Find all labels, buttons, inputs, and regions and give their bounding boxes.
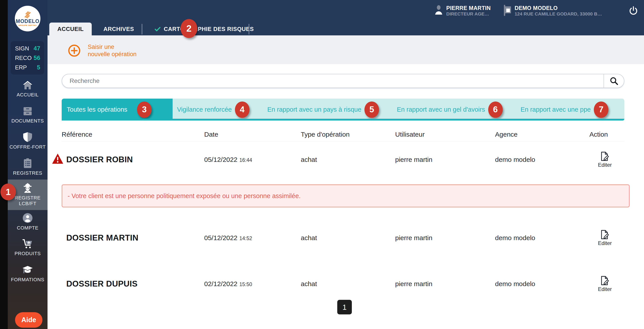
annotation-badge-3: 3 (137, 102, 152, 118)
search-input[interactable] (62, 74, 604, 88)
sidebar-item-label: DOCUMENTS (11, 118, 44, 124)
column-header-date: Date (204, 131, 301, 138)
filter-label: Toutes les opérations (67, 106, 127, 113)
row-agency: demo modelo (495, 234, 590, 242)
table-row[interactable]: DOSSIER ROBIN 05/12/202216:44 achat pier… (62, 142, 624, 173)
sidebar-item-accueil[interactable]: ACCUEIL (8, 77, 48, 101)
counter-label: RECO (15, 55, 32, 62)
row-date-text: 05/12/2022 (204, 234, 237, 241)
counter-reco: RECO 56 (15, 55, 40, 62)
ppe-alert-message: - Votre client est une personne politiqu… (62, 184, 630, 207)
main-panel: Toutes les opérations 3 Vigilance renfor… (48, 64, 644, 329)
counter-label: ERP (15, 64, 27, 71)
sidebar-item-label: FORMATIONS (11, 277, 44, 282)
new-operation-label-line2: nouvelle opération (88, 51, 136, 58)
account-icon (23, 213, 32, 223)
agency-name: DEMO MODELO (514, 5, 602, 11)
filter-label: En rapport avec un gel d'avoirs (397, 106, 485, 113)
filter-pays-a-risque[interactable]: En rapport avec un pays à risque 5 (267, 102, 379, 118)
registers-icon (24, 158, 32, 168)
annotation-badge-2: 2 (180, 19, 197, 38)
power-icon (628, 6, 638, 16)
column-header-reference: Référence (62, 131, 204, 138)
row-date-text: 02/12/2022 (204, 280, 237, 287)
filter-ppe[interactable]: En rapport avec une ppe 7 (520, 102, 608, 118)
edit-document-icon (600, 275, 610, 286)
new-operation-button[interactable]: Saisir une nouvelle opération (68, 43, 136, 58)
left-edge-strip (0, 0, 8, 329)
filter-vigilance-renforcee[interactable]: Vigilance renforcée 4 (177, 102, 250, 118)
sidebar-item-compte[interactable]: COMPTE (8, 210, 48, 234)
filter-label: Vigilance renforcée (177, 106, 232, 113)
filter-gel-davoirs[interactable]: En rapport avec un gel d'avoirs 6 (397, 102, 503, 118)
annotation-badge-4: 4 (235, 102, 250, 118)
counter-sign: SIGN 47 (15, 45, 40, 52)
spy-icon (22, 183, 33, 193)
row-reference: DOSSIER DUPUIS (62, 279, 204, 288)
home-icon (22, 80, 33, 90)
row-time: 15:50 (239, 281, 252, 287)
tab-accueil[interactable]: ACCUEIL (49, 23, 92, 35)
header-identity: PIERRE MARTIN DIRECTEUR AGE… DEMO MODELO… (435, 5, 638, 17)
sidebar-item-label: ACCUEIL (16, 92, 39, 98)
tab-cartographie[interactable]: CARTOGRAPHIE DES RISQUES (154, 23, 254, 35)
edit-button-label: Editer (598, 240, 612, 246)
column-header-agence: Agence (495, 131, 590, 138)
table-row[interactable]: DOSSIER MARTIN 05/12/202214:52 achat pie… (62, 220, 624, 252)
products-cart-icon (22, 238, 33, 248)
filter-label: En rapport avec un pays à risque (267, 106, 361, 113)
row-time: 14:52 (239, 235, 252, 241)
row-time: 16:44 (239, 157, 252, 163)
agency-block[interactable]: DEMO MODELO 124 RUE CAMILLE GODARD, 3300… (503, 5, 602, 17)
edit-button[interactable]: Editer (590, 229, 620, 246)
action-band: Saisir une nouvelle opération (48, 35, 644, 64)
annotation-badge-6: 6 (488, 102, 503, 118)
table-header-row: Référence Date Type d'opération Utilisat… (62, 127, 624, 142)
row-date: 05/12/202216:44 (204, 156, 301, 163)
column-header-utilisateur: Utilisateur (395, 131, 495, 138)
operations-table: Référence Date Type d'opération Utilisat… (62, 127, 624, 298)
brand-logo-icon (23, 11, 32, 19)
check-icon (154, 26, 161, 33)
formations-cap-icon (22, 264, 33, 275)
counter-value: 47 (34, 45, 40, 52)
row-agency: demo modelo (495, 280, 590, 288)
pagination-page-1[interactable]: 1 (337, 300, 352, 314)
logout-button[interactable] (628, 6, 638, 16)
documents-icon (23, 106, 32, 116)
row-date: 05/12/202214:52 (204, 234, 301, 242)
sidebar-item-formations[interactable]: FORMATIONS (8, 261, 48, 286)
row-type: achat (301, 280, 395, 288)
brand-name: MODELO (16, 19, 40, 24)
tab-archives[interactable]: ARCHIVES (104, 23, 134, 35)
user-block[interactable]: PIERRE MARTIN DIRECTEUR AGE… (435, 5, 490, 17)
search-icon (609, 76, 618, 86)
sidebar-item-registres[interactable]: REGISTRES (8, 155, 48, 180)
row-reference: DOSSIER MARTIN (62, 233, 204, 242)
row-user: pierre martin (395, 280, 495, 288)
edit-button[interactable]: Editer (590, 275, 620, 292)
row-type: achat (301, 234, 395, 242)
annotation-badge-1: 1 (0, 184, 16, 200)
sidebar-item-label: COFFRE-FORT (10, 144, 46, 150)
edit-button-label: Editer (598, 162, 612, 168)
sidebar-item-coffre-fort[interactable]: COFFRE-FORT (8, 129, 48, 153)
table-row[interactable]: DOSSIER DUPUIS 02/12/202215:50 achat pie… (62, 266, 624, 298)
edit-document-icon (600, 151, 610, 161)
sidebar-item-produits[interactable]: PRODUITS (8, 235, 48, 260)
help-button[interactable]: Aide (15, 312, 42, 328)
top-header: PIERRE MARTIN DIRECTEUR AGE… DEMO MODELO… (48, 0, 644, 35)
sidebar-item-documents[interactable]: DOCUMENTS (8, 103, 48, 127)
app-root: MODELO GROUPE SEPTEO SIGN 47 RECO 56 ERP… (0, 0, 644, 329)
search-bar (62, 74, 624, 88)
brand-logo[interactable]: MODELO GROUPE SEPTEO (15, 6, 40, 31)
user-role: DIRECTEUR AGE… (446, 11, 490, 17)
filter-toutes-les-operations[interactable]: Toutes les opérations 3 (62, 99, 172, 121)
filter-tabs: Toutes les opérations 3 Vigilance renfor… (62, 99, 624, 121)
counters-panel: SIGN 47 RECO 56 ERP 5 (10, 41, 44, 75)
edit-document-icon (600, 229, 610, 240)
row-reference-text: DOSSIER ROBIN (66, 155, 133, 164)
edit-button[interactable]: Editer (590, 151, 620, 168)
search-button[interactable] (604, 74, 624, 88)
counter-value: 5 (37, 64, 40, 71)
